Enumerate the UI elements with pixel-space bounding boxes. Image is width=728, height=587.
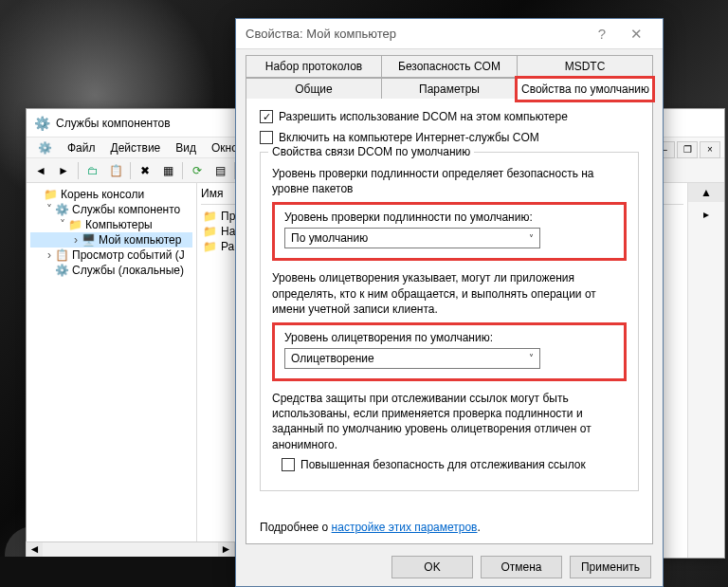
tree-pane[interactable]: 📁Корень консоли ˅⚙️Службы компоненто ˅📁К…: [27, 183, 197, 558]
dialog-buttons: OK Отмена Применить: [391, 556, 651, 578]
action-pane: ▲ ▸: [688, 183, 724, 558]
action-collapse[interactable]: ▲: [688, 183, 724, 202]
menu-action[interactable]: Действие: [103, 139, 169, 156]
auth-description: Уровень проверки подлинности определяет …: [272, 166, 627, 196]
tracking-security-row[interactable]: Повышенная безопасность для отслеживания…: [282, 458, 627, 471]
dialog-titlebar[interactable]: Свойства: Мой компьютер ? ✕: [236, 19, 663, 49]
scroll-left[interactable]: ◄: [27, 542, 43, 557]
tracking-description: Средства защиты при отслеживании ссылок …: [272, 391, 627, 452]
dcom-defaults-group: Свойства связи DCOM по умолчанию Уровень…: [260, 152, 639, 491]
menu-view[interactable]: Вид: [168, 139, 204, 156]
auth-level-value: По умолчанию: [291, 231, 368, 245]
tb-refresh[interactable]: ⟳: [187, 160, 208, 181]
menu-file[interactable]: Файл: [60, 139, 103, 156]
tab-options[interactable]: Параметры: [381, 78, 518, 101]
tree-local-services[interactable]: ⚙️Службы (локальные): [30, 263, 192, 278]
tab-msdtc[interactable]: MSDTC: [517, 55, 653, 78]
impersonation-select[interactable]: Олицетворение ˅: [284, 348, 540, 369]
enable-dcom-label: Разрешить использование DCOM на этом ком…: [279, 110, 568, 123]
dialog-title-text: Свойства: Мой компьютер: [246, 27, 585, 41]
child-window-controls: – ❐ ×: [654, 141, 720, 158]
dialog-content: ✓ Разрешить использование DCOM на этом к…: [246, 99, 653, 544]
properties-dialog: Свойства: Мой компьютер ? ✕ Набор проток…: [235, 18, 664, 587]
tree-my-computer[interactable]: ›🖥️Мой компьютер: [30, 232, 192, 248]
enable-dcom-row[interactable]: ✓ Разрешить использование DCOM на этом к…: [260, 110, 639, 123]
tree-root[interactable]: 📁Корень консоли: [30, 187, 192, 202]
tb-export[interactable]: ▤: [209, 160, 230, 181]
tree-computers[interactable]: ˅📁Компьютеры: [30, 217, 192, 232]
tab-row-2: Общие Параметры Свойства по умолчанию: [246, 78, 653, 101]
impersonation-block: Уровень олицетворения по умолчанию: Олиц…: [272, 322, 627, 381]
tb-delete[interactable]: ✖: [135, 160, 155, 181]
apply-button[interactable]: Применить: [570, 556, 651, 578]
child-restore[interactable]: ❐: [677, 141, 698, 158]
more-info-row: Подробнее о настройке этих параметров.: [260, 521, 481, 534]
tb-back[interactable]: ◄: [30, 160, 51, 181]
tree-event-viewer[interactable]: ›📋Просмотр событий (J: [30, 248, 192, 263]
tb-properties[interactable]: ▦: [157, 160, 178, 181]
impers-label: Уровень олицетворения по умолчанию:: [284, 331, 614, 344]
auth-label: Уровень проверки подлинности по умолчани…: [284, 211, 614, 224]
chevron-down-icon: ˅: [529, 353, 534, 363]
mmc-icon: ⚙️: [34, 116, 50, 131]
chevron-down-icon: ˅: [529, 233, 534, 244]
tab-protocols[interactable]: Набор протоколов: [246, 55, 382, 78]
close-button[interactable]: ✕: [619, 26, 653, 43]
scroll-right[interactable]: ►: [218, 542, 234, 557]
tab-general[interactable]: Общие: [246, 78, 382, 101]
impersonation-value: Олицетворение: [291, 352, 374, 365]
tree-comp-services[interactable]: ˅⚙️Службы компоненто: [30, 202, 192, 217]
enable-com-inet-checkbox[interactable]: [260, 131, 273, 144]
action-more[interactable]: ▸: [688, 202, 724, 227]
tracking-security-checkbox[interactable]: [282, 458, 295, 471]
taskbar[interactable]: [0, 557, 235, 587]
tracking-security-label: Повышенная безопасность для отслеживания…: [300, 458, 586, 471]
tab-com-security[interactable]: Безопасность COM: [381, 55, 518, 78]
tb-show-tree[interactable]: 📋: [105, 160, 126, 181]
horizontal-scrollbar[interactable]: ◄ ►: [26, 541, 235, 558]
impers-description: Уровень олицетворения указывает, могут л…: [272, 270, 627, 317]
more-info-prefix: Подробнее о: [260, 521, 332, 534]
help-button[interactable]: ?: [585, 26, 619, 42]
tb-up[interactable]: 🗀: [82, 160, 103, 181]
tab-default-properties[interactable]: Свойства по умолчанию: [517, 78, 653, 101]
enable-com-inet-row[interactable]: Включить на компьютере Интернет-службы C…: [260, 131, 639, 144]
tb-forward[interactable]: ►: [53, 160, 74, 181]
mmc-title-text: Службы компонентов: [56, 117, 171, 130]
ok-button[interactable]: OK: [391, 556, 473, 578]
cancel-button[interactable]: Отмена: [481, 556, 562, 578]
enable-com-inet-label: Включить на компьютере Интернет-службы C…: [279, 131, 539, 144]
tab-row-1: Набор протоколов Безопасность COM MSDTC: [246, 55, 653, 78]
auth-level-select[interactable]: По умолчанию ˅: [284, 228, 540, 248]
enable-dcom-checkbox[interactable]: ✓: [260, 110, 273, 123]
group-legend: Свойства связи DCOM по умолчанию: [268, 145, 474, 158]
mmc-sys-icon[interactable]: ⚙️: [30, 139, 60, 156]
auth-level-block: Уровень проверки подлинности по умолчани…: [272, 202, 627, 261]
more-info-link[interactable]: настройке этих параметров: [332, 521, 478, 534]
child-close[interactable]: ×: [700, 141, 720, 158]
